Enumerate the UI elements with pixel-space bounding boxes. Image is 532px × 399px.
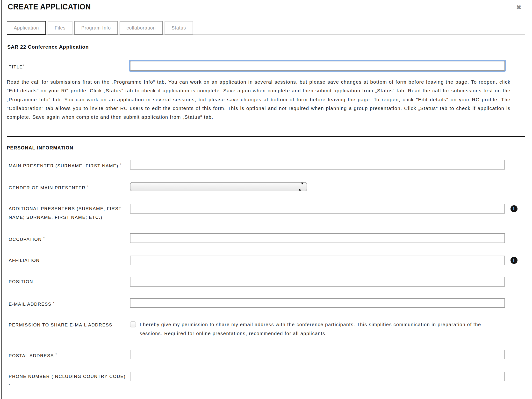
field-control-occupation <box>130 233 505 243</box>
field-row-gender: GENDER OF MAIN PRESENTER * <box>7 182 532 192</box>
field-control-postal-address <box>130 350 505 359</box>
field-row-main-presenter: MAIN PRESENTER (SURNAME, FIRST NAME) * <box>7 160 532 170</box>
icon-slot <box>505 298 523 308</box>
text-caret <box>133 63 133 69</box>
field-label-phone: PHONE NUMBER (INCLUDING COUNTRY CODE) * <box>7 372 130 391</box>
field-input-email[interactable] <box>130 298 505 308</box>
field-control-phone <box>130 372 505 381</box>
field-control-position <box>130 277 505 287</box>
field-row-postal-address: POSTAL ADDRESS * <box>7 350 532 360</box>
icon-slot <box>505 61 523 71</box>
required-mark: * <box>87 185 89 188</box>
icon-slot <box>505 233 523 243</box>
field-label-title: TITLE* <box>7 61 130 71</box>
field-row-position: POSITION <box>7 277 532 287</box>
tab-collaboration[interactable]: collaboration <box>120 21 163 35</box>
form-rows: MAIN PRESENTER (SURNAME, FIRST NAME) *GE… <box>7 160 532 399</box>
tab-files[interactable]: Files <box>48 21 72 35</box>
field-label-additional-presenters: ADDITIONAL PRESENTERS (SURNAME, FIRST NA… <box>7 204 130 222</box>
info-icon[interactable]: i <box>510 257 518 264</box>
tab-bar: ApplicationFilesProgram Infocollaboratio… <box>7 21 532 35</box>
intro-text: Read the call for submissions first on t… <box>7 78 510 131</box>
field-input-occupation[interactable] <box>130 233 505 243</box>
field-label-position: POSITION <box>7 277 130 286</box>
field-row-additional-presenters: ADDITIONAL PRESENTERS (SURNAME, FIRST NA… <box>7 204 532 222</box>
checkbox-permission[interactable] <box>130 321 136 327</box>
dialog-left-border <box>1 0 2 399</box>
close-icon[interactable]: ✖ <box>515 3 522 11</box>
tab-application[interactable]: Application <box>7 21 46 35</box>
select-arrows-icon <box>299 185 303 189</box>
required-mark: * <box>43 236 45 240</box>
section-heading: PERSONAL INFORMATION <box>7 145 532 151</box>
icon-slot <box>505 160 523 170</box>
field-row-email: E-MAIL ADDRESS * <box>7 298 532 309</box>
field-label-gender: GENDER OF MAIN PRESENTER * <box>7 182 130 192</box>
field-label-postal-address: POSTAL ADDRESS * <box>7 350 130 360</box>
field-select-gender[interactable] <box>130 182 307 191</box>
field-input-postal-address[interactable] <box>130 350 505 359</box>
field-input-affiliation[interactable] <box>130 256 505 265</box>
tab-underline <box>7 35 525 35</box>
field-row-title: TITLE* <box>7 61 532 71</box>
required-mark: * <box>9 383 10 387</box>
field-row-phone: PHONE NUMBER (INCLUDING COUNTRY CODE) * <box>7 372 532 391</box>
dialog-header: CREATE APPLICATION ✖ <box>7 2 532 11</box>
icon-slot <box>505 320 523 330</box>
field-control-gender <box>130 182 505 191</box>
create-application-dialog: CREATE APPLICATION ✖ ApplicationFilesPro… <box>2 2 532 399</box>
field-label-email: E-MAIL ADDRESS * <box>7 298 130 309</box>
title-input[interactable] <box>130 61 505 71</box>
tab-program-info[interactable]: Program Info <box>74 21 118 35</box>
icon-slot <box>505 182 523 192</box>
tab-status[interactable]: Status <box>165 21 193 35</box>
icon-slot <box>505 277 523 287</box>
checkbox-text-permission: I hereby give my permission to share my … <box>140 320 495 338</box>
field-control-affiliation <box>130 256 505 265</box>
dialog-title: CREATE APPLICATION <box>8 2 480 11</box>
field-row-permission: PERMISSION TO SHARE E-MAIL ADDRESSI here… <box>7 320 532 338</box>
required-mark: * <box>53 301 55 305</box>
required-mark: * <box>120 163 122 166</box>
form-heading: SAR 22 Conference Application <box>7 44 532 50</box>
info-icon[interactable]: i <box>510 205 518 212</box>
title-input-wrap <box>130 61 505 71</box>
field-input-additional-presenters[interactable] <box>130 204 505 214</box>
field-input-position[interactable] <box>130 277 505 287</box>
field-row-occupation: OCCUPATION * <box>7 233 532 244</box>
field-label-affiliation: AFFILIATION <box>7 256 130 265</box>
icon-slot: i <box>505 204 523 214</box>
field-control-additional-presenters <box>130 204 505 214</box>
field-input-phone[interactable] <box>130 372 505 381</box>
required-mark: * <box>23 64 24 67</box>
section-divider <box>7 136 525 137</box>
field-label-occupation: OCCUPATION * <box>7 233 130 244</box>
field-label-main-presenter: MAIN PRESENTER (SURNAME, FIRST NAME) * <box>7 160 130 170</box>
field-input-main-presenter[interactable] <box>130 160 505 170</box>
field-control-main-presenter <box>130 160 505 170</box>
application-form: SAR 22 Conference Application TITLE* Rea… <box>7 44 532 399</box>
field-control-permission: I hereby give my permission to share my … <box>130 320 505 338</box>
icon-slot <box>505 372 523 381</box>
field-row-affiliation: AFFILIATIONi <box>7 256 532 265</box>
field-control-email <box>130 298 505 308</box>
icon-slot: i <box>505 256 523 265</box>
required-mark: * <box>56 353 57 356</box>
field-label-permission: PERMISSION TO SHARE E-MAIL ADDRESS <box>7 320 130 329</box>
select-value <box>130 183 307 184</box>
icon-slot <box>505 350 523 359</box>
